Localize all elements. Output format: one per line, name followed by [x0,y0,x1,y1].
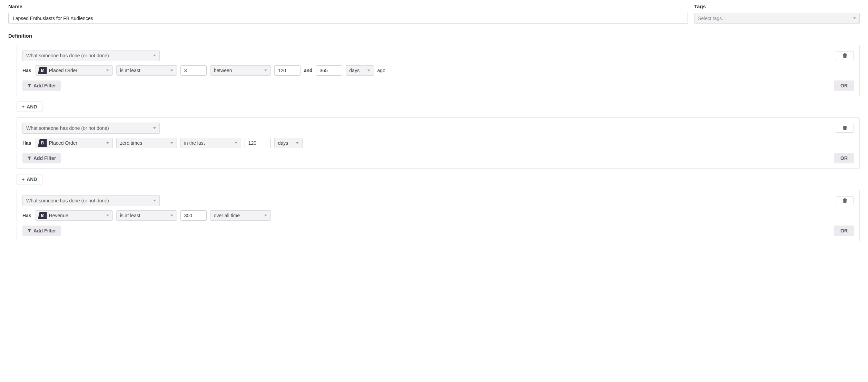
condition-type-select[interactable]: What someone has done (or not done) [22,123,160,134]
condition-block: What someone has done (or not done) Has … [17,190,860,241]
operator-select[interactable]: is at least [116,65,177,76]
plus-icon: + [22,104,24,109]
chevron-down-icon [106,70,109,71]
has-label: Has [22,140,31,146]
trash-icon [843,198,847,203]
tags-placeholder: Select tags... [698,16,726,21]
unit-select[interactable]: days [346,65,374,76]
delete-condition-button[interactable] [836,51,854,60]
count-input[interactable] [180,65,207,76]
range-select[interactable]: over all time [210,210,271,221]
condition-block: What someone has done (or not done) Has … [17,45,860,96]
add-filter-button[interactable]: Add Filter [22,153,61,163]
or-button[interactable]: OR [834,153,854,163]
count-input[interactable] [180,210,207,221]
chevron-down-icon [264,70,267,71]
range-to-input[interactable] [316,65,342,76]
filter-icon [27,229,31,233]
range-select[interactable]: between [210,65,271,76]
condition-block: What someone has done (or not done) Has … [17,117,860,169]
tags-label: Tags [694,3,860,9]
and-word: and [304,68,313,73]
chevron-down-icon [153,127,156,129]
metric-select[interactable]: B Placed Order [36,65,113,76]
chevron-down-icon [235,142,237,144]
bigcommerce-icon: B [38,139,47,147]
chevron-down-icon [153,55,156,57]
chevron-down-icon [296,142,299,144]
has-label: Has [22,213,31,218]
chevron-down-icon [170,142,173,144]
and-connector: + AND [17,96,860,117]
condition-type-select[interactable]: What someone has done (or not done) [22,195,160,206]
chevron-down-icon [106,215,109,217]
filter-icon [27,156,31,160]
add-filter-button[interactable]: Add Filter [22,226,61,236]
chevron-down-icon [264,215,267,217]
ago-text: ago [377,68,385,73]
chevron-down-icon [170,215,173,217]
plus-icon: + [22,176,24,182]
trash-icon [843,53,847,58]
condition-type-select[interactable]: What someone has done (or not done) [22,50,160,61]
metric-select[interactable]: B Placed Order [36,138,113,148]
unit-select[interactable]: days [274,138,303,148]
chevron-down-icon [170,70,173,71]
delete-condition-button[interactable] [836,196,854,205]
range-select[interactable]: in the last [180,138,241,148]
bigcommerce-icon: B [38,212,47,219]
has-label: Has [22,68,31,73]
and-button[interactable]: + AND [17,174,42,184]
bigcommerce-icon: B [38,67,47,74]
and-button[interactable]: + AND [17,102,42,112]
chevron-down-icon [367,70,370,71]
name-input[interactable] [8,13,688,24]
delete-condition-button[interactable] [836,124,854,133]
trash-icon [843,126,847,131]
name-label: Name [8,3,688,9]
and-connector: + AND [17,169,860,190]
chevron-down-icon [853,18,856,19]
or-button[interactable]: OR [834,226,854,236]
tags-select[interactable]: Select tags... [694,13,860,24]
or-button[interactable]: OR [834,80,854,91]
filter-icon [27,84,31,88]
operator-select[interactable]: is at least [116,210,177,221]
chevron-down-icon [153,200,156,202]
chevron-down-icon [106,142,109,144]
range-from-input[interactable] [274,65,300,76]
metric-select[interactable]: B Revenue [36,210,113,221]
add-filter-button[interactable]: Add Filter [22,80,61,91]
definition-label: Definition [8,33,860,39]
operator-select[interactable]: zero times [116,138,177,148]
range-from-input[interactable] [245,138,271,148]
